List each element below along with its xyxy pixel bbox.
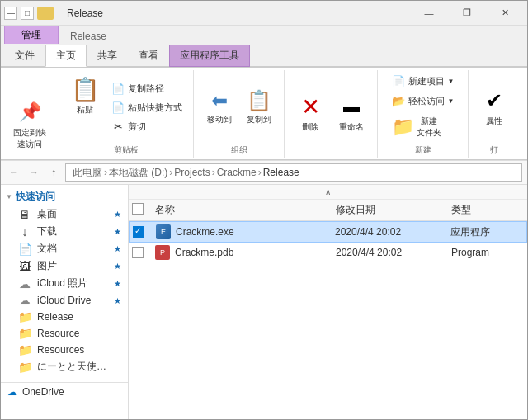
easy-access-arrow: ▼ xyxy=(448,97,455,105)
quickaccess-chevron: ▼ xyxy=(6,193,12,201)
file-row-crackme-pdb[interactable]: P Crackme.pdb 2020/4/4 20:02 Program xyxy=(129,243,527,263)
sidebar-item-resources[interactable]: 📁 Resources xyxy=(1,342,128,358)
maximize-button[interactable]: ❐ xyxy=(448,1,486,26)
sidebar-item-release[interactable]: 📁 Release xyxy=(1,309,128,325)
breadcrumb-release[interactable]: Release xyxy=(263,167,299,178)
breadcrumb-crackme[interactable]: Crackme xyxy=(217,167,257,178)
manage-label-tab: 管理 xyxy=(4,26,59,44)
new-item-label: 新建项目 xyxy=(408,75,445,87)
cut-button[interactable]: ✂ 剪切 xyxy=(107,117,186,135)
easy-access-button[interactable]: 📂 轻松访问 ▼ xyxy=(388,92,459,110)
pictures-icon: 🖼 xyxy=(17,260,32,273)
sidebar-item-icloud-drive[interactable]: ☁ iCloud Drive ★ xyxy=(1,292,128,309)
sep1: › xyxy=(104,167,107,178)
resource-label: Resource xyxy=(37,328,79,339)
exe-date-cell: 2020/4/4 20:02 xyxy=(328,224,444,240)
header-checkbox[interactable] xyxy=(132,203,144,215)
ribbon-group-delete-rename: ✕ 删除 ▬ 重命名 xyxy=(285,70,378,158)
rename-button[interactable]: ▬ 重命名 xyxy=(332,89,370,137)
exe-check-cell xyxy=(130,226,149,238)
icloud-photos-icon: ☁ xyxy=(17,277,32,290)
paste-button[interactable]: 📋 粘贴 xyxy=(66,72,104,120)
tab-share[interactable]: 共享 xyxy=(87,45,128,67)
pdb-date: 2020/4/4 20:02 xyxy=(336,247,402,258)
delete-label: 删除 xyxy=(302,121,318,133)
header-date[interactable]: 修改日期 xyxy=(329,200,445,220)
pictures-pin-icon: ★ xyxy=(114,262,121,271)
icloud-photos-label: iCloud 照片 xyxy=(37,276,87,290)
minimize-button[interactable]: — xyxy=(410,1,448,26)
rename-icon: ▬ xyxy=(338,93,365,120)
icloud-drive-label: iCloud Drive xyxy=(37,295,91,306)
exe-name-cell: E Crackme.exe xyxy=(149,222,328,242)
pdb-type: Program xyxy=(451,247,489,258)
ribbon-group-clipboard: 📋 粘贴 📄 复制路径 📄 粘贴快捷方式 ✂ 剪切 剪贴板 xyxy=(59,70,194,158)
paste-shortcut-icon: 📄 xyxy=(111,101,125,114)
main-area: ▼ 快速访问 🖥 桌面 ★ ↓ 下载 ★ 📄 文档 ★ 🖼 图片 ★ ☁ xyxy=(1,185,527,420)
new-item-button[interactable]: 📄 新建项目 ▼ xyxy=(388,72,459,90)
paste-shortcut-button[interactable]: 📄 粘贴快捷方式 xyxy=(107,98,186,116)
pdb-name-cell: P Crackme.pdb xyxy=(148,243,329,262)
quickaccess-buttons: 📌 固定到快速访问 xyxy=(7,72,52,154)
tab-file[interactable]: 文件 xyxy=(4,45,45,67)
header-check xyxy=(129,203,148,217)
onedrive-label: OneDrive xyxy=(22,386,64,398)
title-bar: — □ Release — ❐ ✕ xyxy=(1,1,527,26)
pictures-label: 图片 xyxy=(37,259,57,273)
clipboard-small-group: 📄 复制路径 📄 粘贴快捷方式 ✂ 剪切 xyxy=(107,79,186,135)
tab-view[interactable]: 查看 xyxy=(128,45,169,67)
sidebar-item-onedrive[interactable]: ☁ OneDrive xyxy=(1,382,128,401)
new-folder-icon: 📁 xyxy=(394,117,413,137)
close-button[interactable]: ✕ xyxy=(486,1,524,26)
exe-date: 2020/4/4 20:02 xyxy=(335,226,401,238)
header-type[interactable]: 类型 xyxy=(445,200,527,220)
niito-folder-icon: 📁 xyxy=(17,361,32,374)
pdb-file-icon: P xyxy=(155,245,170,260)
sep3: › xyxy=(212,167,215,178)
move-to-label: 移动到 xyxy=(207,114,232,125)
breadcrumb-projects[interactable]: Projects xyxy=(174,167,210,178)
documents-pin-icon: ★ xyxy=(114,244,121,253)
sidebar-item-documents[interactable]: 📄 文档 ★ xyxy=(1,240,128,257)
niito-label: にーとと天使とえ xyxy=(37,360,111,374)
sidebar-quickaccess-header[interactable]: ▼ 快速访问 xyxy=(1,188,128,205)
window-controls: — ❐ ✕ xyxy=(410,1,524,26)
pin-button[interactable]: 📌 固定到快速访问 xyxy=(7,95,52,154)
easy-access-label: 轻松访问 xyxy=(408,95,445,107)
paste-shortcut-label: 粘贴快捷方式 xyxy=(128,101,182,114)
ribbon-group-quickaccess: 📌 固定到快速访问 xyxy=(1,70,59,158)
sort-indicator: ∧ xyxy=(325,187,331,196)
properties-button[interactable]: ✔ 属性 xyxy=(475,83,513,131)
cut-label: 剪切 xyxy=(128,120,146,133)
address-path[interactable]: 此电脑 › 本地磁盘 (D:) › Projects › Crackme › R… xyxy=(65,163,522,182)
up-button[interactable]: ↑ xyxy=(45,164,62,181)
header-name[interactable]: 名称 xyxy=(148,200,329,220)
forward-button[interactable]: → xyxy=(26,164,42,181)
clipboard-group-label: 剪贴板 xyxy=(114,144,139,156)
onedrive-icon: ☁ xyxy=(7,386,17,398)
resource-folder-icon: 📁 xyxy=(17,327,32,340)
exe-checkbox[interactable] xyxy=(133,226,144,238)
icloud-drive-pin-icon: ★ xyxy=(114,296,121,305)
sidebar-item-resource[interactable]: 📁 Resource xyxy=(1,325,128,342)
breadcrumb-localdisk[interactable]: 本地磁盘 (D:) xyxy=(109,166,167,180)
desktop-icon: 🖥 xyxy=(17,208,32,221)
downloads-icon: ↓ xyxy=(17,225,32,238)
sidebar-item-desktop[interactable]: 🖥 桌面 ★ xyxy=(1,205,128,223)
new-folder-button[interactable]: 📁 新建文件夹 xyxy=(388,111,459,143)
delete-button[interactable]: ✕ 删除 xyxy=(291,89,329,137)
sidebar-item-pictures[interactable]: 🖼 图片 ★ xyxy=(1,257,128,275)
sidebar-item-niito[interactable]: 📁 にーとと天使とえ xyxy=(1,358,128,375)
tab-home[interactable]: 主页 xyxy=(45,45,87,67)
sidebar: ▼ 快速访问 🖥 桌面 ★ ↓ 下载 ★ 📄 文档 ★ 🖼 图片 ★ ☁ xyxy=(1,185,129,420)
sidebar-item-downloads[interactable]: ↓ 下载 ★ xyxy=(1,223,128,240)
back-button[interactable]: ← xyxy=(6,164,22,181)
breadcrumb-thispc[interactable]: 此电脑 xyxy=(73,166,102,180)
pdb-checkbox[interactable] xyxy=(132,247,144,258)
file-row-crackme-exe[interactable]: E Crackme.exe 2020/4/4 20:02 应用程序 xyxy=(129,221,527,243)
copy-to-button[interactable]: 📋 复制到 xyxy=(241,87,277,128)
tab-apptools[interactable]: 应用程序工具 xyxy=(169,45,250,67)
sidebar-item-icloud-photos[interactable]: ☁ iCloud 照片 ★ xyxy=(1,275,128,292)
move-to-button[interactable]: ⬅ 移动到 xyxy=(201,87,238,128)
copy-path-button[interactable]: 📄 复制路径 xyxy=(107,79,186,97)
